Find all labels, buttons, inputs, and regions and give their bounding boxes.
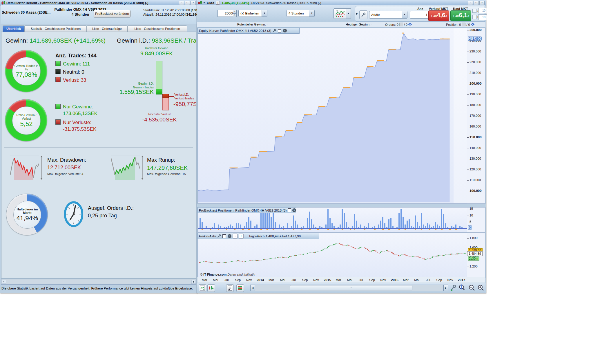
buy-market-button[interactable]: 1.486,13 <box>450 10 471 21</box>
minimize-button[interactable]: - <box>179 1 184 5</box>
nur-gewinne: Nur Gewinne: <box>55 104 93 110</box>
chart-arrow-icon[interactable] <box>199 284 206 292</box>
wrench-icon[interactable] <box>272 29 276 33</box>
zoom-out-icon[interactable] <box>468 284 475 292</box>
close-button[interactable]: × <box>191 1 196 5</box>
heikin-chart[interactable]: © IT-Finance.com Daten sind indikativ <box>197 233 468 278</box>
quantity-stepper[interactable]: ▲ ▼ <box>233 10 237 17</box>
scroll-right-icon[interactable] <box>191 280 196 283</box>
equity-panel-title: Equity-Kurve: Pathfinder OMX 4H V6B2 201… <box>199 29 271 32</box>
sell-price-big: 4,6 <box>437 12 445 19</box>
info-icon[interactable]: i <box>216 1 220 5</box>
chart-mode-chevron-icon[interactable]: ▼ <box>346 8 351 19</box>
stepper-down-icon[interactable]: ▼ <box>233 14 237 17</box>
report-titlebar[interactable]: Detaillierter Bericht - Pathfinder OMX 4… <box>0 0 197 6</box>
tab-statistik[interactable]: Statistik - Geschlossene Positionen <box>25 26 87 32</box>
probacktest-veraendern-button[interactable]: ProBacktest verändern <box>94 10 130 17</box>
stop-distance-input[interactable]: 10 <box>478 8 487 13</box>
tab-orderauftraege[interactable]: Liste - Orderaufträge <box>87 26 127 32</box>
collapse-arrow-icon[interactable]: ▶ <box>356 12 358 15</box>
report-instrument: Schweden 30 Kassa (20SE... <box>2 10 50 14</box>
buy-arrow-icon[interactable]: ↑ <box>239 234 244 239</box>
scale-tick <box>467 191 469 191</box>
chevron-down-icon[interactable]: ▼ <box>262 10 267 17</box>
report-window-title: Detaillierter Bericht - Pathfinder OMX 4… <box>6 1 148 5</box>
positions-scale-label: 15 <box>470 207 473 210</box>
minimize-button[interactable]: - <box>468 1 473 5</box>
chart-mode-icon[interactable] <box>334 8 347 19</box>
green-square-icon <box>55 104 61 109</box>
sell-market-button[interactable]: 1.484,63 <box>428 10 449 21</box>
maximize-button[interactable]: □ <box>474 1 479 5</box>
maximize-button[interactable]: □ <box>185 1 190 5</box>
zoom-in-icon[interactable] <box>477 284 484 292</box>
legend-neutral-text: Neutral: 0 <box>63 69 84 75</box>
candles-arrows-icon[interactable] <box>207 284 215 292</box>
positions-panel-header[interactable]: ProBacktest Positionen: Pathfinder OMX 4… <box>197 207 296 213</box>
tab-ueberblick[interactable]: Überblick <box>3 26 25 32</box>
legend-gewinn: Gewinn: 111 <box>55 61 90 67</box>
order-type-dropdown[interactable]: AtMkt▼ <box>369 11 407 19</box>
cancel-orders-icon[interactable] <box>399 23 403 26</box>
time-axis-label: Jul <box>426 278 430 282</box>
equity-chart[interactable] <box>197 28 468 204</box>
close-icon[interactable]: ✕ <box>227 234 231 238</box>
equity-panel-header[interactable]: Equity-Kurve: Pathfinder OMX 4H V6B2 201… <box>197 28 300 34</box>
limit-checkbox[interactable] <box>472 15 476 19</box>
timeframe-dropdown[interactable]: 4 Stunden▼ <box>287 10 315 17</box>
detach-window-icon[interactable] <box>222 234 226 238</box>
wrench-icon[interactable] <box>217 234 221 238</box>
chart-titlebar[interactable]: ▼ OMX i 1.485,38 (+0,34%) 18:27:03 Schwe… <box>197 0 486 6</box>
chevron-down-icon[interactable]: ▼ <box>203 1 205 4</box>
heikin-panel-header[interactable]: Heikin-Ashi ✕ ↓ ↑ Tag:+Hoch 1.488,49 +Ti… <box>197 233 319 239</box>
close-position-icon[interactable] <box>462 23 465 26</box>
wrench-icon[interactable] <box>359 10 367 19</box>
chart-hscrollbar[interactable]: ≡ <box>255 285 443 291</box>
max-drawdown-value: 12.712,00SEK <box>47 165 81 171</box>
stop-checkbox[interactable] <box>472 9 476 13</box>
max-drawdown-note: Max. folgende Verluste: 4 <box>47 172 83 176</box>
gewinn-id-label: Gewinn i.D.: <box>117 37 150 44</box>
scroll-right-icon[interactable]: ▶ <box>443 285 448 291</box>
detach-window-icon[interactable] <box>288 208 291 212</box>
section-divider <box>4 147 193 148</box>
equity-scale-label: 110.000 <box>470 178 481 182</box>
nur-verluste: Nur Verluste: <box>55 119 91 125</box>
scroll-left-icon[interactable] <box>2 280 6 283</box>
gear-icon[interactable] <box>408 23 412 26</box>
units-dropdown[interactable]: (x) Einheiten▼ <box>238 10 267 17</box>
vertical-zoom-icon[interactable] <box>458 284 465 293</box>
close-icon[interactable]: ✕ <box>283 29 287 33</box>
scrollbar-thumb[interactable]: ≡ <box>290 285 412 290</box>
clock-time: 18:27:03 <box>251 1 264 5</box>
scale-tick <box>467 30 469 30</box>
gear-icon[interactable] <box>471 23 475 26</box>
scroll-left-icon[interactable]: ◀ <box>250 285 255 291</box>
tab-geschlossene-positionen[interactable]: Liste - Geschlossene Positionen <box>127 26 187 32</box>
chart-tools-icon[interactable] <box>450 284 456 292</box>
stepper-up-icon[interactable]: ▲ <box>233 10 237 14</box>
legend-gewinn-text: Gewinn: 111 <box>63 61 90 67</box>
limit-distance-input[interactable]: 10 <box>478 14 487 20</box>
scale-tick <box>467 216 469 216</box>
detach-window-icon[interactable] <box>278 29 282 33</box>
chevron-down-icon[interactable]: ▼ <box>309 10 314 17</box>
avg-win-value: 1.559,15SEK <box>97 89 154 95</box>
time-axis[interactable]: MärMaiJulSepNov2014MärMaiJulSepNov2015Mä… <box>197 277 467 283</box>
equity-price-scale[interactable]: 250.000240.000230.000220.000210.000200.0… <box>467 28 485 204</box>
order-type-value: AtMkt <box>369 13 402 17</box>
close-button[interactable]: × <box>479 1 485 5</box>
red-green-blocks-icon[interactable] <box>236 284 244 292</box>
anz-header: Anz <box>412 7 428 10</box>
time-axis-label: 2017 <box>458 278 465 282</box>
start-date-label: Startdatum: <box>143 8 160 12</box>
chevron-down-icon[interactable]: ▼ <box>402 11 407 18</box>
anz-input[interactable]: 1 <box>410 11 429 19</box>
dark-square-icon <box>55 69 61 74</box>
report-hscrollbar[interactable] <box>1 279 196 285</box>
sell-arrow-icon[interactable]: ↓ <box>233 234 238 239</box>
close-icon[interactable]: ✕ <box>292 208 296 212</box>
page-icon[interactable] <box>226 284 234 292</box>
time-axis-label: Sep <box>302 278 308 282</box>
chart-toolbar: 20000 ▲ ▼ (x) Einheiten▼ 4 Stunden▼ ▼ ▶ … <box>197 5 485 22</box>
